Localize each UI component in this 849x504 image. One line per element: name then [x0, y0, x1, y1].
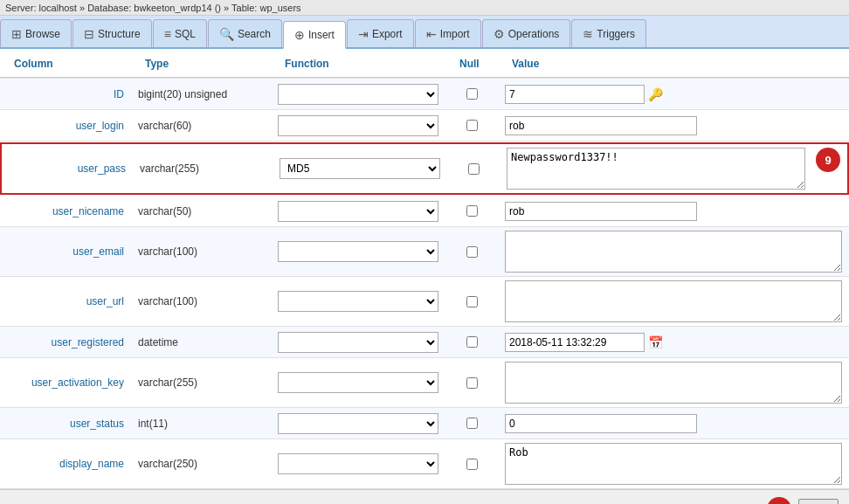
cell-type-row-display-name: varchar(250) — [131, 454, 271, 473]
cell-value-row-user-login[interactable] — [498, 113, 849, 139]
cell-column-row-user-nicename: user_nicename — [0, 202, 131, 221]
cell-value-row-user-status[interactable] — [498, 411, 849, 437]
function-select-row-user-email[interactable]: AES_DECRYPTAES_ENCRYPTBINBIT_LENGTHCHARC… — [278, 241, 438, 262]
null-checkbox-row-user-status[interactable] — [466, 418, 478, 429]
null-checkbox-row-display-name[interactable] — [466, 459, 478, 470]
cell-column-row-user-activation-key: user_activation_key — [0, 373, 131, 392]
table-row-row-display-name: display_namevarchar(250)AES_DECRYPTAES_E… — [0, 439, 849, 489]
tab-icon-insert: ⊕ — [294, 28, 305, 42]
function-select-row-user-pass[interactable]: AES_DECRYPTAES_ENCRYPTBINBIT_LENGTHCHARC… — [280, 158, 440, 179]
cell-type-row-user-email: varchar(100) — [131, 242, 271, 261]
tab-triggers[interactable]: ≋Triggers — [571, 19, 646, 47]
cell-null-row-user-nicename[interactable] — [445, 202, 498, 220]
cell-null-row-display-name[interactable] — [445, 455, 498, 473]
calendar-icon-row-user-registered[interactable]: 📅 — [648, 335, 663, 349]
table-row-row-user-url: user_urlvarchar(100)AES_DECRYPTAES_ENCRY… — [0, 277, 849, 327]
null-checkbox-row-user-pass[interactable] — [468, 163, 480, 175]
function-select-row-user-activation-key[interactable]: AES_DECRYPTAES_ENCRYPTBINBIT_LENGTHCHARC… — [278, 372, 438, 393]
footer-bar: 10 Go — [0, 489, 849, 504]
value-textarea-row-user-url[interactable] — [505, 280, 842, 322]
cell-null-row-user-url[interactable] — [445, 293, 498, 311]
cell-function-row-display-name[interactable]: AES_DECRYPTAES_ENCRYPTBINBIT_LENGTHCHARC… — [271, 450, 445, 478]
value-input-row-user-nicename[interactable] — [505, 202, 697, 221]
cell-null-row-user-login[interactable] — [445, 116, 498, 135]
cell-function-row-user-pass[interactable]: AES_DECRYPTAES_ENCRYPTBINBIT_LENGTHCHARC… — [273, 155, 447, 183]
value-textarea-row-user-email[interactable] — [505, 231, 842, 273]
cell-null-row-user-activation-key[interactable] — [445, 374, 498, 392]
cell-function-row-user-nicename[interactable]: AES_DECRYPTAES_ENCRYPTBINBIT_LENGTHCHARC… — [271, 197, 445, 225]
tab-icon-operations: ⚙ — [494, 27, 505, 41]
cell-value-row-user-url[interactable] — [498, 277, 849, 326]
cell-function-row-user-registered[interactable]: AES_DECRYPTAES_ENCRYPTBINBIT_LENGTHCHARC… — [271, 328, 445, 356]
cell-function-row-user-email[interactable]: AES_DECRYPTAES_ENCRYPTBINBIT_LENGTHCHARC… — [271, 238, 445, 266]
null-checkbox-row-user-login[interactable] — [466, 120, 478, 131]
function-select-row-user-status[interactable]: AES_DECRYPTAES_ENCRYPTBINBIT_LENGTHCHARC… — [278, 413, 438, 434]
id-input[interactable] — [505, 85, 645, 104]
cell-column-row-user-status: user_status — [0, 414, 131, 433]
cell-value-row-user-registered[interactable]: 📅 — [498, 329, 849, 356]
cell-value-row-user-email[interactable] — [498, 227, 849, 276]
tab-import[interactable]: ⇤Import — [415, 19, 481, 47]
datetime-input-row-user-registered[interactable] — [505, 333, 645, 352]
cell-function-row-id[interactable]: AES_DECRYPTAES_ENCRYPTBINBIT_LENGTHCHARC… — [271, 80, 445, 108]
cell-type-row-user-url: varchar(100) — [131, 292, 271, 311]
function-select-row-user-login[interactable]: AES_DECRYPTAES_ENCRYPTBINBIT_LENGTHCHARC… — [278, 115, 438, 136]
table-row-row-user-email: user_emailvarchar(100)AES_DECRYPTAES_ENC… — [0, 227, 849, 277]
null-checkbox-row-user-activation-key[interactable] — [466, 377, 478, 389]
cell-value-row-user-activation-key[interactable] — [498, 358, 849, 407]
column-headers: Column Type Function Null Value — [0, 49, 849, 78]
cell-null-row-user-pass[interactable] — [447, 160, 500, 178]
cell-value-row-display-name[interactable] — [498, 439, 849, 488]
tab-operations[interactable]: ⚙Operations — [482, 19, 571, 47]
function-select-row-id[interactable]: AES_DECRYPTAES_ENCRYPTBINBIT_LENGTHCHARC… — [278, 84, 438, 105]
value-textarea-row-user-pass[interactable] — [507, 148, 805, 190]
cell-null-row-user-email[interactable] — [445, 243, 498, 261]
value-input-row-user-status[interactable] — [505, 414, 697, 433]
null-checkbox-row-id[interactable] — [466, 88, 478, 100]
tab-icon-triggers: ≋ — [583, 27, 593, 41]
cell-function-row-user-login[interactable]: AES_DECRYPTAES_ENCRYPTBINBIT_LENGTHCHARC… — [271, 112, 445, 140]
cell-null-row-user-registered[interactable] — [445, 333, 498, 351]
tab-structure[interactable]: ⊟Structure — [72, 19, 152, 47]
value-textarea-row-user-activation-key[interactable] — [505, 362, 842, 404]
cell-type-row-user-login: varchar(60) — [131, 116, 271, 135]
value-textarea-row-display-name[interactable] — [505, 443, 842, 485]
tab-label-export: Export — [372, 28, 403, 40]
null-checkbox-row-user-registered[interactable] — [466, 336, 478, 348]
table-container: Column Type Function Null Value IDbigint… — [0, 49, 849, 489]
value-input-row-user-login[interactable] — [505, 116, 697, 135]
tab-sql[interactable]: ≡SQL — [153, 19, 207, 47]
cell-function-row-user-activation-key[interactable]: AES_DECRYPTAES_ENCRYPTBINBIT_LENGTHCHARC… — [271, 369, 445, 397]
cell-value-row-user-nicename[interactable] — [498, 198, 849, 224]
cell-null-row-id[interactable] — [445, 85, 498, 103]
header-value: Value — [505, 54, 842, 73]
tab-search[interactable]: 🔍Search — [208, 19, 282, 47]
cell-function-row-user-status[interactable]: AES_DECRYPTAES_ENCRYPTBINBIT_LENGTHCHARC… — [271, 410, 445, 438]
tab-browse[interactable]: ⊞Browse — [0, 19, 72, 47]
header-type: Type — [138, 54, 278, 73]
cell-value-row-id[interactable]: 🔑 — [498, 81, 849, 107]
title-bar: Server: localhost » Database: bwkeeton_w… — [0, 0, 849, 16]
function-select-row-user-registered[interactable]: AES_DECRYPTAES_ENCRYPTBINBIT_LENGTHCHARC… — [278, 332, 438, 353]
null-checkbox-row-user-nicename[interactable] — [466, 205, 478, 217]
null-checkbox-row-user-email[interactable] — [466, 246, 478, 258]
function-select-row-display-name[interactable]: AES_DECRYPTAES_ENCRYPTBINBIT_LENGTHCHARC… — [278, 453, 438, 474]
go-button[interactable]: Go — [798, 499, 839, 504]
tab-label-operations: Operations — [508, 28, 560, 40]
step-badge-9: 9 — [816, 148, 840, 172]
null-checkbox-row-user-url[interactable] — [466, 296, 478, 307]
header-column: Column — [7, 54, 138, 73]
cell-value-row-user-pass[interactable]: 9 — [500, 144, 847, 193]
tab-export[interactable]: ⇥Export — [347, 19, 414, 47]
header-function: Function — [278, 54, 452, 73]
table-row-row-user-nicename: user_nicenamevarchar(50)AES_DECRYPTAES_E… — [0, 196, 849, 227]
function-select-row-user-url[interactable]: AES_DECRYPTAES_ENCRYPTBINBIT_LENGTHCHARC… — [278, 291, 438, 312]
cell-type-row-user-nicename: varchar(50) — [131, 202, 271, 221]
cell-type-row-user-status: int(11) — [131, 414, 271, 433]
cell-column-row-user-url: user_url — [0, 292, 131, 311]
cell-function-row-user-url[interactable]: AES_DECRYPTAES_ENCRYPTBINBIT_LENGTHCHARC… — [271, 287, 445, 315]
cell-null-row-user-status[interactable] — [445, 414, 498, 432]
tab-insert[interactable]: ⊕Insert — [283, 21, 346, 49]
function-select-row-user-nicename[interactable]: AES_DECRYPTAES_ENCRYPTBINBIT_LENGTHCHARC… — [278, 201, 438, 222]
cell-column-row-user-registered: user_registered — [0, 333, 131, 352]
